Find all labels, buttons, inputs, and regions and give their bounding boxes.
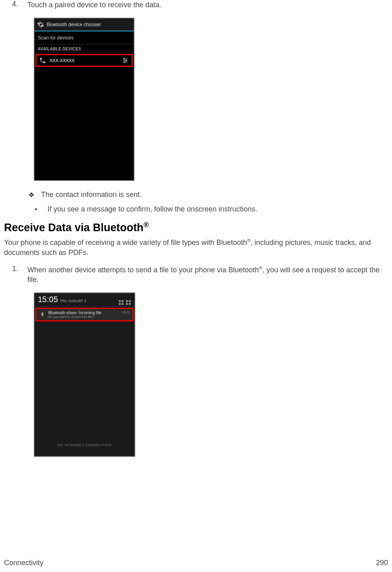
step-1: 1. When another device attempts to send … — [4, 265, 388, 285]
gear-icon — [37, 21, 44, 28]
step-number: 1. — [12, 265, 23, 285]
notification-timestamp: 15:05 — [122, 311, 130, 314]
no-internet-label: NO INTERNET CONNECTION — [35, 443, 134, 447]
notification-text: Bluetooth share: Incoming file Do you wa… — [48, 311, 130, 319]
intro-pre: Your phone is capable of receiving a wid… — [4, 238, 247, 247]
notification-title: Bluetooth share: Incoming file — [48, 311, 130, 315]
step1-pre: When another device attempts to send a f… — [27, 266, 259, 274]
device-name: XXX-XXXXX — [50, 58, 74, 63]
note-text: If you see a message to confirm, follow … — [47, 205, 257, 213]
diamond-bullet-icon: ❖ — [28, 191, 37, 199]
heading-text: Receive Data via Bluetooth — [4, 222, 144, 234]
screenshot-bluetooth-chooser: Bluetooth device chooser Scan for device… — [34, 18, 134, 181]
grid-icon[interactable] — [118, 300, 124, 305]
phone-icon — [39, 57, 46, 64]
notification-header: 15:05 FRI, AUGUST 1 — [35, 293, 134, 307]
bt-title-bar: Bluetooth device chooser — [35, 19, 134, 31]
bt-device-row[interactable]: XXX-XXXXX — [35, 54, 133, 67]
bluetooth-icon — [39, 311, 45, 318]
registered-mark: ® — [144, 221, 149, 229]
footer-page-number: 290 — [376, 559, 388, 567]
intro-paragraph: Your phone is capable of receiving a wid… — [4, 237, 388, 257]
bt-title-text: Bluetooth device chooser — [47, 22, 101, 27]
scan-for-devices[interactable]: Scan for devices — [35, 31, 134, 44]
svg-point-3 — [124, 58, 125, 60]
step-text: When another device attempts to send a f… — [27, 265, 388, 285]
header-icons — [118, 300, 131, 305]
page-footer: Connectivity 290 — [4, 559, 388, 567]
footer-section: Connectivity — [4, 559, 43, 567]
clock-time: 15:05 — [38, 295, 58, 304]
settings-sliders-icon[interactable] — [122, 57, 128, 64]
section-heading: Receive Data via Bluetooth® — [4, 221, 388, 234]
registered-mark: ® — [259, 265, 262, 270]
square-bullet-icon: ▪ — [35, 205, 43, 213]
svg-point-4 — [126, 60, 127, 61]
notification-subtitle: Do you want to receive this file? — [48, 315, 130, 319]
note-text: The contact information is sent. — [41, 191, 142, 199]
note-sent: ❖ The contact information is sent. — [4, 191, 388, 199]
step-text: Touch a paired device to receive the dat… — [27, 0, 388, 10]
screenshot-notification-panel: 15:05 FRI, AUGUST 1 Bluetooth share: Inc… — [34, 292, 135, 457]
step-4: 4. Touch a paired device to receive the … — [4, 0, 388, 10]
note-confirm: ▪ If you see a message to confirm, follo… — [4, 205, 388, 213]
svg-point-5 — [124, 62, 125, 63]
bluetooth-incoming-notification[interactable]: Bluetooth share: Incoming file Do you wa… — [35, 308, 134, 321]
available-devices-header: AVAILABLE DEVICES — [35, 44, 134, 53]
step-number: 4. — [12, 0, 23, 10]
clock-date: FRI, AUGUST 1 — [60, 299, 86, 303]
grid-icon[interactable] — [126, 300, 131, 305]
